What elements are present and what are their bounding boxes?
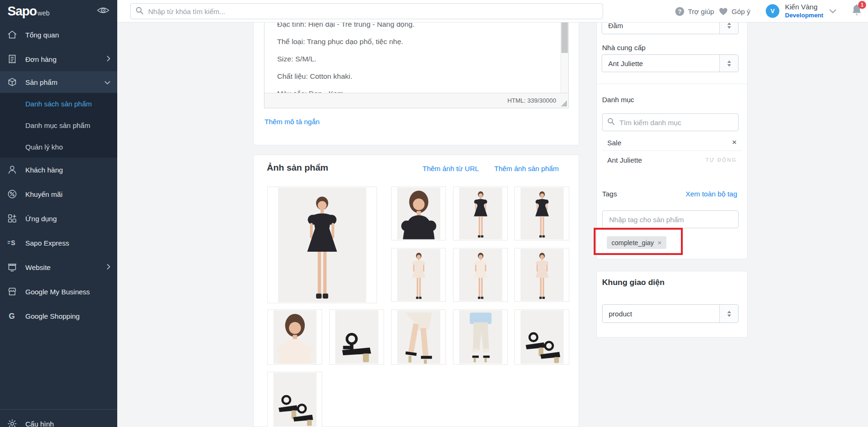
add-image-from-url-link[interactable]: Thêm ảnh từ URL: [423, 165, 479, 172]
search-icon: [607, 118, 615, 127]
sidebar-item-product-list[interactable]: Danh sách sản phẩm: [0, 93, 117, 114]
avatar[interactable]: V: [766, 4, 779, 18]
sidebar-item-customers[interactable]: Khách hàng: [0, 157, 117, 182]
product-images-card: Ảnh sản phẩm Thêm ảnh từ URL Thêm ảnh sả…: [253, 155, 579, 427]
website-icon: [7, 262, 18, 273]
svg-text:S: S: [11, 240, 15, 247]
category-item-sale: Sale ×: [602, 135, 742, 150]
supplier-select[interactable]: Ant Juliette: [602, 54, 739, 72]
sidebar-item-settings[interactable]: Cấu hình: [0, 410, 117, 427]
select-stepper-icon: [719, 55, 738, 72]
product-photo: [397, 310, 440, 364]
product-image-thumbnail[interactable]: [329, 309, 384, 365]
description-text: Đặc tính: Hiện đại - Trẻ trung - Năng độ…: [277, 15, 550, 102]
supplier-value: Ant Juliette: [602, 55, 719, 72]
product-image-thumbnail[interactable]: [453, 248, 508, 302]
sidebar-item-products[interactable]: Sản phẩm: [0, 71, 117, 93]
product-image-thumbnail[interactable]: [391, 309, 446, 365]
app-window: Sapo web Tổng quan Đơn hàng Sản phẩm: [0, 0, 868, 427]
product-photo: [459, 310, 502, 364]
sapo-logo: Sapo: [8, 4, 37, 19]
sidebar-item-apps[interactable]: Ứng dụng: [0, 206, 117, 231]
auto-badge: TỰ ĐỘNG: [706, 157, 737, 163]
product-image-main[interactable]: [267, 187, 377, 303]
category-search: [602, 113, 739, 131]
sidebar-item-inventory[interactable]: Quản lý kho: [0, 136, 117, 157]
product-image-thumbnail[interactable]: [267, 372, 322, 427]
description-line: Size: S/M/L.: [277, 50, 550, 67]
product-image-thumbnail[interactable]: [453, 187, 508, 240]
product-photo: [273, 310, 317, 364]
category-search-input[interactable]: [619, 118, 733, 127]
apps-icon: [7, 213, 18, 224]
theme-select[interactable]: product: [602, 304, 739, 323]
notifications-button[interactable]: 1: [851, 4, 867, 20]
product-image-thumbnail[interactable]: [391, 248, 446, 302]
sidebar-item-label: Website: [25, 263, 51, 271]
svg-text:G: G: [9, 312, 15, 320]
feedback-button[interactable]: Góp ý: [719, 0, 750, 22]
tag-chip: complete_giay ×: [607, 236, 666, 249]
category-item-auto: Ant Juliette TỰ ĐỘNG: [602, 152, 742, 168]
sidebar-item-website[interactable]: Website: [0, 255, 117, 279]
sapo-express-icon: S: [7, 237, 18, 248]
order-icon: [7, 53, 18, 65]
user-menu[interactable]: Kiến Vàng Development: [785, 3, 823, 19]
product-image-thumbnail[interactable]: [453, 309, 508, 365]
resize-grip-icon[interactable]: [561, 100, 567, 106]
tags-label: Tags: [602, 190, 617, 198]
product-image-thumbnail[interactable]: [391, 187, 446, 240]
sidebar-item-google-my-business[interactable]: Google My Business: [0, 279, 117, 304]
description-editor[interactable]: Đặc tính: Hiện đại - Trẻ trung - Năng độ…: [264, 10, 569, 108]
product-image-thumbnail[interactable]: [267, 309, 322, 365]
product-photo: [397, 187, 440, 240]
images-card-title: Ảnh sản phẩm: [267, 163, 328, 173]
product-image-thumbnail[interactable]: [514, 309, 569, 365]
description-card: Đặc tính: Hiện đại - Trẻ trung - Năng độ…: [253, 9, 579, 145]
sidebar-item-label: Khuyến mãi: [25, 190, 62, 198]
product-image-thumbnail[interactable]: [514, 248, 569, 302]
remove-tag-icon[interactable]: ×: [657, 239, 662, 247]
theme-panel: Khung giao diện product: [596, 271, 747, 337]
remove-category-icon[interactable]: ×: [732, 138, 737, 147]
help-label: Trợ giúp: [688, 7, 714, 15]
view-all-tags-link[interactable]: Xem toàn bộ tag: [686, 190, 737, 198]
help-button[interactable]: ? Trợ giúp: [675, 0, 714, 22]
add-short-description-link[interactable]: Thêm mô tả ngắn: [264, 118, 320, 126]
sidebar-item-product-categories[interactable]: Danh mục sản phẩm: [0, 114, 117, 136]
html-counter: HTML: 339/30000: [507, 97, 556, 104]
sidebar: Sapo web Tổng quan Đơn hàng Sản phẩm: [0, 0, 117, 427]
sidebar-footer: Cấu hình: [0, 409, 117, 427]
sidebar-item-label: Đơn hàng: [25, 55, 57, 63]
products-submenu: Danh sách sản phẩm Danh mục sản phẩm Quả…: [0, 93, 117, 157]
product-photo: [521, 187, 564, 240]
heart-icon: [719, 7, 728, 15]
question-circle-icon: ?: [675, 7, 684, 16]
sidebar-item-promotions[interactable]: Khuyến mãi: [0, 182, 117, 206]
sidebar-item-orders[interactable]: Đơn hàng: [0, 47, 117, 71]
chevron-down-icon[interactable]: [829, 9, 837, 14]
sidebar-item-label: Khách hàng: [25, 166, 63, 174]
product-image-thumbnail[interactable]: [514, 187, 569, 240]
add-product-image-link[interactable]: Thêm ảnh sản phẩm: [494, 165, 559, 172]
description-line: Chất liệu: Cotton khaki.: [277, 67, 550, 85]
sidebar-item-label: Tổng quan: [25, 31, 59, 39]
home-icon: [7, 29, 18, 40]
product-photo: [459, 249, 502, 301]
user-name: Kiến Vàng: [785, 3, 823, 12]
sidebar-item-label: Google Shopping: [25, 312, 80, 320]
sidebar-item-google-shopping[interactable]: G Google Shopping: [0, 304, 117, 328]
tag-input[interactable]: [608, 215, 733, 224]
supplier-label: Nhà cung cấp: [602, 44, 646, 52]
product-photo: [459, 187, 502, 240]
product-photo: [335, 310, 378, 364]
search-input[interactable]: [147, 7, 598, 16]
sidebar-item-label: Sản phẩm: [25, 78, 57, 86]
global-search: [130, 3, 603, 19]
eye-icon[interactable]: [97, 5, 110, 17]
sidebar-item-sapo-express[interactable]: S Sapo Express: [0, 231, 117, 255]
divider: [597, 83, 747, 84]
sidebar-item-overview[interactable]: Tổng quan: [0, 22, 117, 47]
gear-icon: [7, 418, 18, 427]
organization-panel: Đầm Nhà cung cấp Ant Juliette Danh mục S…: [596, 9, 747, 259]
